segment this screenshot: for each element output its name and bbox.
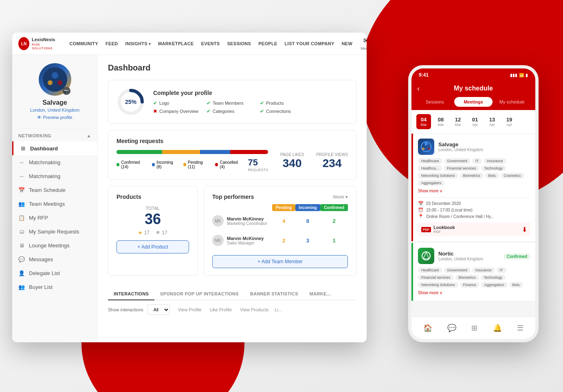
chat-icon: 💬 — [447, 324, 456, 333]
nav-community[interactable]: COMMUNITY — [69, 41, 98, 46]
company-logo-svg — [47, 71, 63, 88]
sidebar-item-matchmaking-2[interactable]: ↔ Matchmaking — [12, 169, 97, 183]
lookbook-type: PDF — [433, 230, 455, 234]
main-area: 📷 Salvage London, United Kingdom 👁 Previ… — [12, 55, 367, 342]
performer-role-1: Marketing Coordinator — [227, 221, 272, 226]
incoming-dot — [152, 163, 155, 166]
sidebar-item-my-rfp[interactable]: 📋 My RFP — [12, 211, 97, 225]
bottom-row: Products TOTAL 36 ★ 17 👁 17 + Add Produc… — [108, 186, 356, 282]
salvage-tags: Healthcare Government IT Insurance Healt… — [418, 158, 530, 186]
tag-insurance: Insurance — [484, 158, 506, 164]
sidebar-item-delegate-list[interactable]: 👤 Delegate List — [12, 266, 97, 280]
tag-networking-solutions: Netvorking Solutions — [418, 173, 458, 178]
sidebar: 📷 Salvage London, United Kingdom 👁 Previ… — [12, 55, 98, 342]
filter-select[interactable]: All — [147, 304, 170, 315]
nav-people[interactable]: PEOPLE — [258, 41, 277, 46]
nav-marketplace[interactable]: MARKETPLACE — [158, 41, 194, 46]
tab-banner-statistics[interactable]: BANNER STATISTICS — [244, 288, 304, 300]
tab-interactions[interactable]: INTERACTIONS — [108, 288, 154, 300]
tab-sessions[interactable]: Sessions — [416, 97, 454, 107]
chevron-up-icon: ▲ — [87, 133, 91, 138]
add-team-member-button[interactable]: + Add Team Member — [212, 255, 348, 268]
menu-icon: ☰ — [517, 324, 523, 333]
table-row: MK Marvin McKinney Marketing Coordinator… — [212, 211, 348, 231]
sidebar-item-matchmaking-1[interactable]: ↔ Matchmaking — [12, 155, 97, 169]
nav-feed[interactable]: FEED — [106, 41, 118, 46]
requests-label: REQUESTS — [248, 168, 268, 172]
performer-pending-2: 2 — [272, 231, 295, 250]
performer-name-2: Marvin McKinney — [227, 236, 272, 241]
th-incoming: Incoming — [295, 204, 321, 211]
nortic-name: Nortic — [438, 251, 483, 257]
date-04-mar[interactable]: 04 Mar — [416, 114, 431, 129]
pdf-badge: PDF — [421, 227, 431, 232]
back-button[interactable]: ‹ — [417, 84, 420, 93]
dashboard-content: Dashboard 25% Complete your profile — [98, 55, 367, 342]
performer-confirmed-1: 2 — [320, 211, 348, 231]
legend-confirmed: Confirmed (14) — [117, 157, 146, 172]
show-more-nortic[interactable]: Show more ∨ — [418, 290, 530, 296]
delegate-list-icon: 👤 — [18, 270, 25, 276]
tag-healthcare: Healthcare — [418, 158, 442, 164]
products-card: Products TOTAL 36 ★ 17 👁 17 + Add Produc… — [108, 186, 198, 276]
legend-cancelled: Cancelled (4) — [215, 157, 242, 172]
sidebar-item-lounge-meetings[interactable]: 🖥 Lounge Meetings — [12, 238, 97, 252]
sidebar-item-team-meetings[interactable]: 👥 Team Meetings — [12, 197, 97, 211]
bottom-nav-chat[interactable]: 💬 — [447, 324, 456, 333]
meeting-date-row: 📅 03 December 2020 — [418, 201, 530, 206]
check-ok-icon-2: ✔ — [207, 100, 211, 106]
svg-point-7 — [424, 142, 428, 145]
tab-meetings[interactable]: Meetings — [454, 97, 493, 107]
preview-profile-link[interactable]: 👁 Preview profile — [18, 115, 91, 120]
complete-profile-card: 25% Complete your profile ✔ Logo ✔ Team … — [108, 80, 356, 124]
tag-networking-nortic: Netvorking Solutions — [418, 282, 458, 288]
sidebar-item-sample-requests[interactable]: 🗂 My Sample Requests — [12, 225, 97, 238]
tag-bots-nortic: Bots — [509, 282, 523, 288]
performer-pending-1: 4 — [272, 211, 295, 231]
bottom-nav-menu[interactable]: ☰ — [517, 324, 523, 333]
nav-insights[interactable]: INSIGHTS — [125, 41, 151, 46]
legend-incoming: Incoming (8) — [152, 157, 177, 172]
tab-marke[interactable]: MARKE... — [304, 288, 336, 300]
camera-badge[interactable]: 📷 — [62, 87, 70, 95]
date-19-apr[interactable]: 19 Apr — [502, 114, 517, 129]
nav-new[interactable]: NEW — [342, 41, 353, 46]
sidebar-item-team-schedule[interactable]: 📅 Team Schedule — [12, 183, 97, 197]
messages-sidebar-icon: 💬 — [18, 256, 25, 262]
status-icons: ▮▮▮ 📶 ▮ — [510, 73, 528, 77]
show-more-salvage[interactable]: Show more ∨ — [418, 188, 530, 194]
week-selector[interactable]: Week ▾ — [333, 194, 348, 200]
date-08-mar[interactable]: 08 Mar — [433, 114, 448, 129]
messages-nav-item[interactable]: ✉ 3 Messages — [361, 37, 367, 51]
sidebar-item-messages[interactable]: 💬 Messages — [12, 252, 97, 266]
phone-header: ‹ My schedule — [411, 81, 535, 97]
sidebar-item-buyer-list[interactable]: 👥 Buyer List — [12, 280, 97, 294]
nav-sessions[interactable]: SESSIONS — [227, 41, 251, 46]
more-cols: Li... — [275, 307, 282, 312]
performer-col-header — [212, 204, 272, 211]
svg-point-2 — [48, 80, 53, 85]
eye-icon: 👁 — [37, 115, 42, 120]
bottom-nav-bell[interactable]: 🔔 — [493, 324, 502, 333]
tag-aggregators: Aggregators — [418, 180, 444, 186]
nav-list-company[interactable]: LIST YOUR COMPANY — [285, 41, 334, 46]
bell-icon: 🔔 — [493, 324, 502, 333]
date-01-apr[interactable]: 01 Apr — [468, 114, 482, 129]
nav-events[interactable]: EVENTS — [201, 41, 220, 46]
date-12-mar[interactable]: 12 Mar — [451, 114, 465, 129]
add-product-button[interactable]: + Add Product — [117, 240, 189, 253]
check-company-overview: ✖ Company Overview — [153, 108, 198, 114]
bottom-nav-apps[interactable]: ⊞ — [471, 324, 477, 333]
tab-sponsor-pop-up[interactable]: SPONSOR POP UP INTERACTIONS — [154, 288, 244, 300]
meeting-stats: Confirmed (14) Incoming (8) Pending (11) — [117, 150, 348, 172]
tab-my-schedule[interactable]: My schedule — [493, 97, 531, 107]
download-icon[interactable]: ⬇ — [522, 226, 527, 233]
date-13-apr[interactable]: 13 Apr — [485, 114, 499, 129]
lookbook-info: PDF Lookbook PDF — [421, 225, 455, 234]
svg-point-3 — [57, 80, 62, 85]
sidebar-item-dashboard[interactable]: ⊞ Dashboard — [12, 141, 97, 155]
performer-role-2: Sales Manager — [227, 241, 272, 245]
meeting-requests-title: Meeting requests — [117, 138, 348, 144]
bottom-nav-home[interactable]: 🏠 — [423, 324, 432, 333]
top-nav: LN LexisNexis RISK SOLUTIONS COMMUNITY F… — [12, 33, 367, 55]
